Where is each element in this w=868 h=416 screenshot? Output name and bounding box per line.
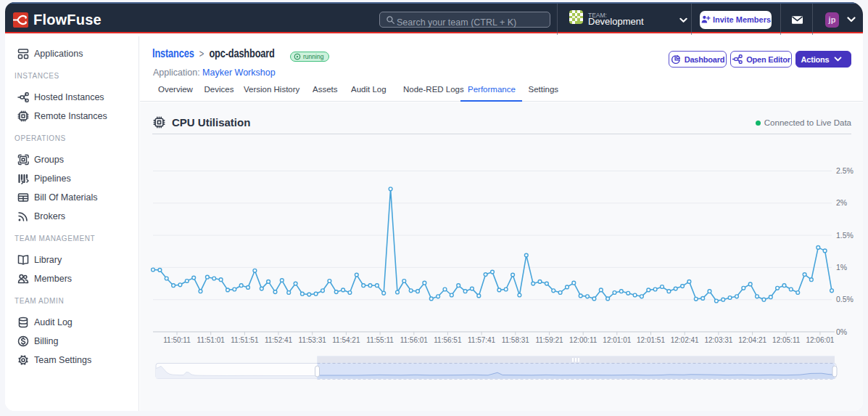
svg-text:11:54:21: 11:54:21 [332, 336, 360, 344]
svg-text:12:00:11: 12:00:11 [569, 336, 598, 344]
svg-text:12:01:51: 12:01:51 [637, 336, 665, 344]
svg-text:11:58:31: 11:58:31 [502, 336, 530, 344]
svg-text:11:51:51: 11:51:51 [231, 336, 259, 344]
svg-text:0%: 0% [836, 327, 847, 336]
svg-text:2%: 2% [836, 199, 847, 208]
svg-text:11:57:41: 11:57:41 [468, 336, 496, 344]
svg-text:12:03:31: 12:03:31 [704, 336, 732, 344]
svg-text:0.5%: 0.5% [836, 295, 853, 303]
svg-text:11:50:11: 11:50:11 [163, 336, 191, 344]
svg-text:1.5%: 1.5% [836, 231, 853, 240]
svg-text:11:53:31: 11:53:31 [299, 336, 327, 344]
svg-text:12:04:21: 12:04:21 [738, 336, 766, 344]
svg-text:2.5%: 2.5% [836, 166, 853, 175]
svg-text:11:52:41: 11:52:41 [265, 336, 293, 344]
svg-text:12:06:01: 12:06:01 [806, 336, 834, 344]
svg-text:11:59:21: 11:59:21 [535, 336, 563, 344]
svg-text:12:05:11: 12:05:11 [772, 336, 801, 344]
svg-text:11:56:51: 11:56:51 [434, 336, 462, 344]
svg-text:11:51:01: 11:51:01 [197, 336, 226, 344]
svg-text:11:56:01: 11:56:01 [400, 336, 429, 344]
svg-text:11:55:11: 11:55:11 [366, 336, 394, 344]
svg-text:12:01:01: 12:01:01 [603, 336, 631, 344]
svg-text:12:02:41: 12:02:41 [671, 336, 699, 344]
svg-text:1%: 1% [836, 263, 847, 272]
